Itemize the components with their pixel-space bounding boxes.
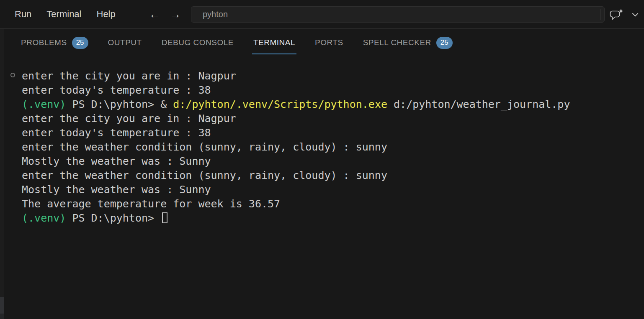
terminal-text-segment: Mostly the weather was : Sunny [22,155,211,167]
tab-label: PROBLEMS [21,38,67,47]
terminal-line: enter today's temperature : 38 [22,83,644,97]
terminal-line: Mostly the weather was : Sunny [22,183,644,197]
copilot-chat-icon[interactable] [610,8,624,21]
terminal[interactable]: enter the city you are in : Nagpurenter … [4,56,644,319]
panel-tab-bar: PROBLEMS25OUTPUTDEBUG CONSOLETERMINALPOR… [0,29,644,56]
titlebar-actions [600,0,640,29]
menu-item-help[interactable]: Help [97,9,116,20]
terminal-line: (.venv) PS D:\pyhton> [22,211,644,225]
tab-label: OUTPUT [108,38,142,47]
terminal-text-segment: enter today's temperature : 38 [22,127,211,139]
tab-label: DEBUG CONSOLE [162,38,234,47]
titlebar: RunTerminalHelp ← → pyhton [0,0,644,29]
history-navigation: ← → [149,9,181,20]
terminal-text-segment: enter the weather condition (sunny, rain… [22,169,387,181]
terminal-text-segment: enter the city you are in : Nagpur [22,112,236,125]
left-rail [0,29,4,319]
terminal-line: enter the weather condition (sunny, rain… [22,140,644,154]
terminal-text-segment: enter the city you are in : Nagpur [22,70,236,82]
terminal-line: enter the weather condition (sunny, rain… [22,168,644,183]
terminal-text-segment: The average temperature for week is 36.5… [22,198,280,210]
terminal-text-segment: PS D:\pyhton> [66,212,160,224]
left-rail-scrollbar-thumb[interactable] [0,297,4,314]
terminal-line: enter today's temperature : 38 [22,126,644,140]
terminal-text-segment: enter today's temperature : 38 [22,84,211,96]
terminal-text-segment: (.venv) [22,212,66,224]
terminal-text-segment: PS D:\pyhton> & [66,98,173,110]
chevron-down-icon[interactable] [631,10,640,19]
tab-spell-checker[interactable]: SPELL CHECKER25 [363,29,453,56]
terminal-text-segment: d:/pyhton/.venv/Scripts/python.exe [173,98,387,110]
tab-label: PORTS [315,38,343,47]
menu-item-run[interactable]: Run [15,9,31,20]
menu-item-terminal[interactable]: Terminal [46,9,81,20]
tab-badge: 25 [436,37,453,49]
terminal-text-segment: Mostly the weather was : Sunny [22,184,211,196]
tab-terminal[interactable]: TERMINAL [253,29,295,56]
search-value: pyhton [203,10,228,19]
tab-problems[interactable]: PROBLEMS25 [21,29,88,56]
terminal-cursor [162,212,167,223]
tab-label: TERMINAL [253,38,295,47]
command-center-search[interactable]: pyhton [191,6,605,23]
titlebar-divider [600,9,600,20]
back-arrow-icon[interactable]: ← [149,9,160,20]
terminal-line: enter the city you are in : Nagpur [22,69,644,83]
vscode-window: RunTerminalHelp ← → pyhton [0,0,644,319]
terminal-line: enter the city you are in : Nagpur [22,112,644,126]
terminal-text-segment: (.venv) [22,98,66,110]
tab-debug-console[interactable]: DEBUG CONSOLE [162,29,234,56]
tab-output[interactable]: OUTPUT [108,29,142,56]
tab-badge: 25 [72,37,88,49]
menu-bar: RunTerminalHelp [15,9,116,20]
forward-arrow-icon[interactable]: → [170,9,181,20]
terminal-line: Mostly the weather was : Sunny [22,154,644,168]
terminal-line: The average temperature for week is 36.5… [22,197,644,211]
tab-label: SPELL CHECKER [363,38,431,47]
left-rail-footer [0,314,4,319]
terminal-line: (.venv) PS D:\pyhton> & d:/pyhton/.venv/… [22,97,644,112]
terminal-text-segment: enter the weather condition (sunny, rain… [22,141,387,153]
terminal-text-segment: d:/pyhton/weather_journal.py [387,98,570,110]
tab-ports[interactable]: PORTS [315,29,343,56]
